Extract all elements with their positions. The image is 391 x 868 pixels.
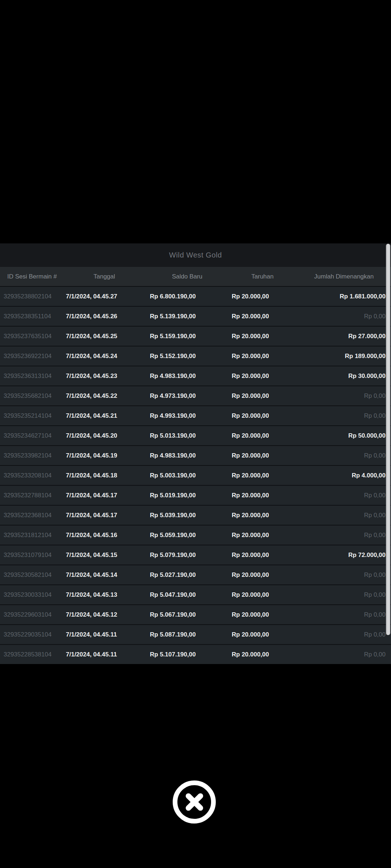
date-cell: 7/1/2024, 04.45.16 bbox=[62, 532, 146, 539]
session-id-cell: 32935230582104 bbox=[0, 571, 62, 579]
bet-cell: Rp 20.000,00 bbox=[228, 452, 297, 459]
bet-cell: Rp 20.000,00 bbox=[228, 293, 297, 300]
bet-cell: Rp 20.000,00 bbox=[228, 631, 297, 638]
new-balance-cell: Rp 5.027.190,00 bbox=[146, 571, 228, 579]
close-x-icon bbox=[177, 785, 211, 819]
new-balance-cell: Rp 4.993.190,00 bbox=[146, 412, 228, 420]
date-cell: 7/1/2024, 04.45.18 bbox=[62, 472, 146, 479]
new-balance-cell: Rp 5.039.190,00 bbox=[146, 512, 228, 519]
table-row: 32935238351104 7/1/2024, 04.45.26 Rp 5.1… bbox=[0, 306, 391, 326]
new-balance-cell: Rp 5.087.190,00 bbox=[146, 631, 228, 638]
table-row: 32935235682104 7/1/2024, 04.45.22 Rp 4.9… bbox=[0, 386, 391, 405]
amount-won-cell: Rp 0,00 bbox=[297, 412, 391, 420]
bet-cell: Rp 20.000,00 bbox=[228, 432, 297, 439]
amount-won-cell: Rp 0,00 bbox=[297, 591, 391, 599]
table-row: 32935232368104 7/1/2024, 04.45.17 Rp 5.0… bbox=[0, 505, 391, 525]
new-balance-cell: Rp 5.019.190,00 bbox=[146, 492, 228, 499]
table-body: 32935238802104 7/1/2024, 04.45.27 Rp 6.8… bbox=[0, 286, 391, 664]
column-header-session-id: ID Sesi Bermain # bbox=[0, 273, 62, 280]
modal-titlebar: Wild West Gold bbox=[0, 243, 391, 267]
table-row: 32935235214104 7/1/2024, 04.45.21 Rp 4.9… bbox=[0, 405, 391, 425]
amount-won-cell: Rp 27.000,00 bbox=[297, 333, 391, 340]
table-header-row: ID Sesi Bermain # Tanggal Saldo Baru Tar… bbox=[0, 267, 391, 286]
table-row: 32935236313104 7/1/2024, 04.45.23 Rp 4.9… bbox=[0, 366, 391, 386]
new-balance-cell: Rp 5.047.190,00 bbox=[146, 591, 228, 599]
date-cell: 7/1/2024, 04.45.17 bbox=[62, 512, 146, 519]
date-cell: 7/1/2024, 04.45.15 bbox=[62, 552, 146, 559]
table-row: 32935236922104 7/1/2024, 04.45.24 Rp 5.1… bbox=[0, 346, 391, 366]
session-id-cell: 32935230033104 bbox=[0, 591, 62, 599]
session-id-cell: 32935238802104 bbox=[0, 293, 62, 300]
bet-cell: Rp 20.000,00 bbox=[228, 373, 297, 380]
new-balance-cell: Rp 4.973.190,00 bbox=[146, 392, 228, 400]
bet-cell: Rp 20.000,00 bbox=[228, 591, 297, 599]
table-row: 32935233982104 7/1/2024, 04.45.19 Rp 4.9… bbox=[0, 445, 391, 465]
session-id-cell: 32935237635104 bbox=[0, 333, 62, 340]
amount-won-cell: Rp 0,00 bbox=[297, 512, 391, 519]
session-id-cell: 32935235214104 bbox=[0, 412, 62, 420]
date-cell: 7/1/2024, 04.45.25 bbox=[62, 333, 146, 340]
amount-won-cell: Rp 50.000,00 bbox=[297, 432, 391, 439]
amount-won-cell: Rp 189.000,00 bbox=[297, 353, 391, 360]
table-row: 32935232788104 7/1/2024, 04.45.17 Rp 5.0… bbox=[0, 485, 391, 505]
table-row: 32935233208104 7/1/2024, 04.45.18 Rp 5.0… bbox=[0, 465, 391, 485]
bet-cell: Rp 20.000,00 bbox=[228, 333, 297, 340]
new-balance-cell: Rp 5.003.190,00 bbox=[146, 472, 228, 479]
bet-cell: Rp 20.000,00 bbox=[228, 353, 297, 360]
date-cell: 7/1/2024, 04.45.20 bbox=[62, 432, 146, 439]
table-row: 32935231079104 7/1/2024, 04.45.15 Rp 5.0… bbox=[0, 545, 391, 565]
table-row: 32935234627104 7/1/2024, 04.45.20 Rp 5.0… bbox=[0, 425, 391, 445]
amount-won-cell: Rp 0,00 bbox=[297, 651, 391, 658]
column-header-amount-won: Jumlah Dimenangkan bbox=[297, 273, 391, 280]
bet-cell: Rp 20.000,00 bbox=[228, 552, 297, 559]
amount-won-cell: Rp 0,00 bbox=[297, 571, 391, 579]
session-id-cell: 32935231812104 bbox=[0, 532, 62, 539]
date-cell: 7/1/2024, 04.45.12 bbox=[62, 611, 146, 618]
table-row: 32935229035104 7/1/2024, 04.45.11 Rp 5.0… bbox=[0, 624, 391, 644]
new-balance-cell: Rp 5.159.190,00 bbox=[146, 333, 228, 340]
table-row: 32935229603104 7/1/2024, 04.45.12 Rp 5.0… bbox=[0, 604, 391, 624]
table-row: 32935237635104 7/1/2024, 04.45.25 Rp 5.1… bbox=[0, 326, 391, 346]
amount-won-cell: Rp 1.681.000,00 bbox=[297, 293, 391, 300]
column-header-new-balance: Saldo Baru bbox=[146, 273, 228, 280]
bet-cell: Rp 20.000,00 bbox=[228, 611, 297, 618]
amount-won-cell: Rp 30.000,00 bbox=[297, 373, 391, 380]
date-cell: 7/1/2024, 04.45.11 bbox=[62, 631, 146, 638]
session-id-cell: 32935229603104 bbox=[0, 611, 62, 618]
column-header-bet: Taruhan bbox=[228, 273, 297, 280]
table-row: 32935228538104 7/1/2024, 04.45.11 Rp 5.1… bbox=[0, 644, 391, 664]
amount-won-cell: Rp 0,00 bbox=[297, 313, 391, 320]
date-cell: 7/1/2024, 04.45.21 bbox=[62, 412, 146, 420]
bet-cell: Rp 20.000,00 bbox=[228, 532, 297, 539]
bet-cell: Rp 20.000,00 bbox=[228, 571, 297, 579]
column-header-date: Tanggal bbox=[62, 273, 146, 280]
bet-cell: Rp 20.000,00 bbox=[228, 651, 297, 658]
scrollbar-thumb[interactable] bbox=[386, 244, 390, 635]
amount-won-cell: Rp 0,00 bbox=[297, 631, 391, 638]
session-id-cell: 32935236313104 bbox=[0, 373, 62, 380]
game-history-modal: Wild West Gold ID Sesi Bermain # Tanggal… bbox=[0, 243, 391, 664]
date-cell: 7/1/2024, 04.45.24 bbox=[62, 353, 146, 360]
session-id-cell: 32935232788104 bbox=[0, 492, 62, 499]
new-balance-cell: Rp 5.067.190,00 bbox=[146, 611, 228, 618]
new-balance-cell: Rp 5.107.190,00 bbox=[146, 651, 228, 658]
amount-won-cell: Rp 0,00 bbox=[297, 452, 391, 459]
session-id-cell: 32935236922104 bbox=[0, 353, 62, 360]
game-title: Wild West Gold bbox=[169, 251, 222, 259]
new-balance-cell: Rp 5.079.190,00 bbox=[146, 552, 228, 559]
session-id-cell: 32935234627104 bbox=[0, 432, 62, 439]
amount-won-cell: Rp 0,00 bbox=[297, 492, 391, 499]
amount-won-cell: Rp 0,00 bbox=[297, 532, 391, 539]
session-id-cell: 32935229035104 bbox=[0, 631, 62, 638]
bet-cell: Rp 20.000,00 bbox=[228, 512, 297, 519]
new-balance-cell: Rp 5.152.190,00 bbox=[146, 353, 228, 360]
date-cell: 7/1/2024, 04.45.14 bbox=[62, 571, 146, 579]
date-cell: 7/1/2024, 04.45.13 bbox=[62, 591, 146, 599]
session-id-cell: 32935232368104 bbox=[0, 512, 62, 519]
session-id-cell: 32935233982104 bbox=[0, 452, 62, 459]
new-balance-cell: Rp 4.983.190,00 bbox=[146, 452, 228, 459]
close-button[interactable] bbox=[173, 780, 216, 824]
date-cell: 7/1/2024, 04.45.27 bbox=[62, 293, 146, 300]
date-cell: 7/1/2024, 04.45.11 bbox=[62, 651, 146, 658]
date-cell: 7/1/2024, 04.45.19 bbox=[62, 452, 146, 459]
